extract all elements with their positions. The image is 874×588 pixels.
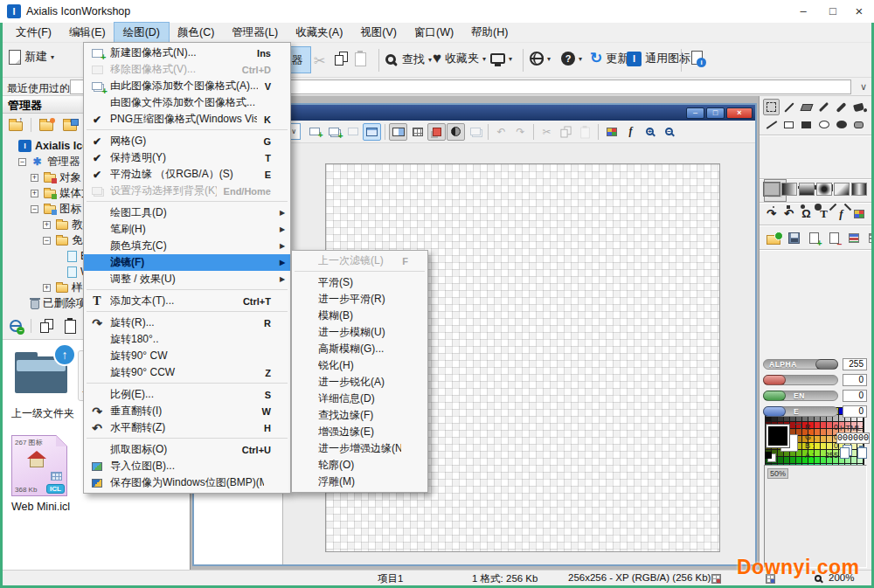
parent-folder-label[interactable]: 上一级文件夹 <box>3 406 83 421</box>
tree-expander-icon[interactable]: + <box>31 190 38 197</box>
paste-button[interactable] <box>355 51 366 66</box>
close-button[interactable]: × <box>844 0 874 23</box>
redo-button[interactable]: ↷ <box>511 123 530 141</box>
swap-colors-icon[interactable] <box>794 424 801 429</box>
doc-maximize-button[interactable]: □ <box>706 107 725 119</box>
menu-item[interactable]: ✔PNG压缩图像格式(Windows Vista)K <box>84 111 290 128</box>
menu-item[interactable]: 旋转180°.. <box>84 331 290 348</box>
menubar-item[interactable]: 视图(V) <box>351 23 406 42</box>
select-tool[interactable] <box>763 99 780 115</box>
contrast-button[interactable] <box>447 123 465 141</box>
filled-rectangle-tool[interactable] <box>798 116 815 133</box>
minimize-button[interactable]: – <box>788 0 818 23</box>
palette-list-button[interactable] <box>845 230 863 246</box>
transparency-button[interactable] <box>427 123 446 141</box>
menu-item[interactable]: 进一步模糊(U) <box>292 324 427 341</box>
menu-item[interactable]: T添加文本(T)...Ctrl+T <box>84 293 290 309</box>
rotate-180-button[interactable]: Ω <box>798 205 815 222</box>
menu-item[interactable]: 调整 / 效果(U)▶ <box>84 271 290 287</box>
float-selection-button[interactable] <box>466 123 484 141</box>
menu-item[interactable]: 旋转90° CW <box>84 348 290 364</box>
paste-color-icon[interactable] <box>857 447 867 459</box>
menu-item[interactable]: 颜色填充(C)▶ <box>84 238 290 254</box>
text-tool-button[interactable]: T <box>815 205 832 222</box>
palette-button[interactable] <box>602 123 621 141</box>
effects-button[interactable]: f <box>833 205 850 222</box>
brush-tool[interactable] <box>833 99 850 115</box>
zoom-in-button[interactable]: + <box>641 123 659 141</box>
rounded-rect-tool[interactable] <box>850 116 867 133</box>
menubar-item[interactable]: 管理器(L) <box>223 23 287 42</box>
cut-button[interactable]: ✂ <box>538 123 556 141</box>
menubar-item[interactable]: 收藏夹(A) <box>287 23 351 42</box>
save-palette-button[interactable] <box>785 230 802 246</box>
paste-item-button[interactable] <box>61 317 79 335</box>
default-colors-icon[interactable] <box>765 452 772 459</box>
menu-item[interactable]: 进一步平滑(R) <box>292 291 427 308</box>
slider-green-value[interactable]: 0 <box>843 390 867 402</box>
parent-folder-item[interactable]: ↑ <box>15 352 69 394</box>
rotate-cw-button[interactable]: ↷ <box>763 205 780 222</box>
menu-item[interactable]: 旋转90° CCWZ <box>84 364 290 381</box>
menu-item[interactable]: 进一步锐化(A) <box>292 374 427 391</box>
palette-button[interactable] <box>850 205 867 222</box>
display-mode-button[interactable]: ▾ <box>490 53 512 64</box>
menu-item[interactable]: ✔网格(G)G <box>84 133 290 149</box>
cut-button[interactable]: ✂ <box>314 52 325 69</box>
slider-green-thumb[interactable] <box>763 391 786 401</box>
slider-red-thumb[interactable] <box>763 375 786 385</box>
primary-color-swatch[interactable] <box>766 425 789 447</box>
menu-item[interactable]: 模糊(B) <box>292 308 427 324</box>
menu-item[interactable]: 由此图像添加数个图像格式(A)...V <box>84 78 290 94</box>
new-library-button[interactable] <box>61 116 79 134</box>
web-button[interactable]: ▾ <box>530 52 551 66</box>
add-formats-button[interactable] <box>324 123 343 141</box>
menu-item[interactable]: 锐化(H) <box>292 357 427 374</box>
menu-item[interactable]: 滤镜(F)▶ <box>84 254 290 271</box>
undo-button[interactable]: ↶ <box>492 123 510 141</box>
menu-item[interactable]: 高斯模糊(G)... <box>292 341 427 357</box>
tree-expander-icon[interactable]: + <box>43 221 51 229</box>
slider-blue-track[interactable]: E <box>763 406 838 417</box>
menu-item[interactable]: 由图像文件添加数个图像格式... <box>84 94 290 111</box>
delete-palette-button[interactable] <box>825 230 843 246</box>
menu-item[interactable]: 抓取图标(O)Ctrl+U <box>84 441 290 458</box>
slider-blue-value[interactable]: 0 <box>843 405 867 418</box>
doc-minimize-button[interactable]: – <box>686 107 704 119</box>
fill-style-radial[interactable] <box>816 183 832 196</box>
slider-alpha-track[interactable]: ALPHA <box>763 359 838 370</box>
favorites-button[interactable]: ♥ 收藏夹 ▾ <box>433 51 486 66</box>
tree-expander-icon[interactable]: − <box>43 237 51 245</box>
tree-expander-icon[interactable]: + <box>31 174 38 182</box>
menubar-item[interactable]: 窗口(W) <box>406 23 462 42</box>
pencil-tool[interactable] <box>815 99 832 115</box>
menu-item[interactable]: 上一次滤镜(L)F <box>292 252 427 269</box>
line-tool[interactable] <box>763 116 780 133</box>
menubar-item[interactable]: 颜色(C) <box>169 23 223 42</box>
effects-button[interactable]: f <box>621 123 640 141</box>
rectangle-tool[interactable] <box>780 116 797 133</box>
slider-blue-thumb[interactable] <box>763 406 786 417</box>
menu-item[interactable]: 比例(E)...S <box>84 386 290 403</box>
slider-red-value[interactable]: 0 <box>843 374 867 386</box>
new-palette-button[interactable] <box>805 230 822 246</box>
slider-alpha-value[interactable]: 255 <box>843 358 867 370</box>
menu-item[interactable]: 设置浮动选择到背景(K)End/Home <box>84 183 290 199</box>
menu-item[interactable]: 查找边缘(F) <box>292 407 427 424</box>
menubar-item[interactable]: 编辑(E) <box>60 23 114 42</box>
new-document-button[interactable]: 新建 ▾ <box>9 49 54 65</box>
rotate-ccw-button[interactable]: ↶ <box>780 205 797 222</box>
paste-button[interactable] <box>576 123 594 141</box>
color-picker-tool[interactable] <box>780 99 797 115</box>
download-web-button[interactable]: − <box>7 317 24 335</box>
maximize-button[interactable]: □ <box>818 0 848 23</box>
menubar-item[interactable]: 帮助(H) <box>462 23 517 42</box>
eraser-tool[interactable] <box>798 99 815 115</box>
menu-item[interactable]: 浮雕(M) <box>292 474 427 490</box>
menu-item[interactable]: 轮廓(O) <box>292 457 427 474</box>
tree-expander-icon[interactable]: − <box>31 205 38 213</box>
test-icon-button[interactable] <box>363 123 381 141</box>
properties-button[interactable] <box>691 51 703 65</box>
slider-alpha-thumb[interactable] <box>815 359 838 370</box>
menu-item[interactable]: 增强边缘(E) <box>292 424 427 440</box>
